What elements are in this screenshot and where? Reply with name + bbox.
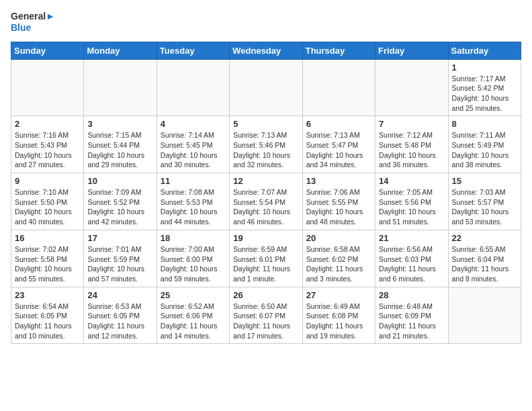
calendar-cell: 1Sunrise: 7:17 AM Sunset: 5:42 PM Daylig…: [448, 59, 521, 116]
calendar-header-sunday: Sunday: [11, 42, 84, 59]
day-number: 19: [233, 233, 298, 243]
day-info: Sunrise: 7:08 AM Sunset: 5:53 PM Dayligh…: [161, 187, 226, 227]
calendar-cell: 26Sunrise: 6:50 AM Sunset: 6:07 PM Dayli…: [230, 287, 302, 344]
calendar-cell: 25Sunrise: 6:52 AM Sunset: 6:06 PM Dayli…: [157, 287, 229, 344]
day-number: 24: [87, 290, 152, 300]
logo-general-text: General►: [11, 11, 55, 22]
day-info: Sunrise: 6:49 AM Sunset: 6:08 PM Dayligh…: [306, 302, 371, 341]
calendar-cell: [375, 59, 448, 116]
calendar-cell: 24Sunrise: 6:53 AM Sunset: 6:05 PM Dayli…: [84, 287, 157, 344]
calendar-cell: 19Sunrise: 6:59 AM Sunset: 6:01 PM Dayli…: [230, 230, 302, 287]
calendar-cell: 4Sunrise: 7:14 AM Sunset: 5:45 PM Daylig…: [157, 116, 229, 173]
day-number: 22: [452, 233, 517, 243]
day-number: 11: [161, 176, 226, 186]
calendar-cell: 28Sunrise: 6:48 AM Sunset: 6:09 PM Dayli…: [375, 287, 448, 344]
day-number: 6: [306, 119, 371, 129]
calendar-cell: 20Sunrise: 6:58 AM Sunset: 6:02 PM Dayli…: [302, 230, 375, 287]
calendar-header-thursday: Thursday: [302, 42, 375, 59]
day-info: Sunrise: 7:13 AM Sunset: 5:46 PM Dayligh…: [233, 130, 298, 170]
day-number: 23: [15, 290, 80, 300]
calendar-cell: [448, 287, 521, 344]
logo: General► Blue: [11, 11, 55, 34]
day-info: Sunrise: 6:50 AM Sunset: 6:07 PM Dayligh…: [233, 302, 298, 341]
calendar-cell: 13Sunrise: 7:06 AM Sunset: 5:55 PM Dayli…: [302, 173, 375, 230]
calendar-cell: 21Sunrise: 6:56 AM Sunset: 6:03 PM Dayli…: [375, 230, 448, 287]
calendar-week-3: 16Sunrise: 7:02 AM Sunset: 5:58 PM Dayli…: [11, 230, 521, 287]
calendar-cell: 27Sunrise: 6:49 AM Sunset: 6:08 PM Dayli…: [302, 287, 375, 344]
day-number: 4: [161, 119, 226, 129]
day-number: 13: [306, 176, 371, 186]
day-number: 25: [161, 290, 226, 300]
calendar-header-friday: Friday: [375, 42, 448, 59]
calendar-cell: 2Sunrise: 7:16 AM Sunset: 5:43 PM Daylig…: [11, 116, 84, 173]
day-info: Sunrise: 6:58 AM Sunset: 6:02 PM Dayligh…: [306, 244, 371, 284]
day-number: 27: [306, 290, 371, 300]
day-info: Sunrise: 7:13 AM Sunset: 5:47 PM Dayligh…: [306, 130, 371, 170]
calendar-header-wednesday: Wednesday: [230, 42, 302, 59]
calendar-cell: 16Sunrise: 7:02 AM Sunset: 5:58 PM Dayli…: [11, 230, 84, 287]
calendar-cell: 15Sunrise: 7:03 AM Sunset: 5:57 PM Dayli…: [448, 173, 521, 230]
day-number: 9: [15, 176, 80, 186]
calendar-cell: 8Sunrise: 7:11 AM Sunset: 5:49 PM Daylig…: [448, 116, 521, 173]
calendar-week-4: 23Sunrise: 6:54 AM Sunset: 6:05 PM Dayli…: [11, 287, 521, 344]
day-number: 7: [379, 119, 444, 129]
day-info: Sunrise: 6:48 AM Sunset: 6:09 PM Dayligh…: [379, 302, 444, 341]
day-number: 15: [452, 176, 517, 186]
day-info: Sunrise: 7:00 AM Sunset: 6:00 PM Dayligh…: [161, 244, 226, 284]
calendar-cell: [84, 59, 157, 116]
day-info: Sunrise: 7:11 AM Sunset: 5:49 PM Dayligh…: [452, 130, 517, 170]
day-number: 17: [87, 233, 152, 243]
calendar-table: SundayMondayTuesdayWednesdayThursdayFrid…: [11, 42, 521, 345]
calendar-cell: [11, 59, 84, 116]
calendar-cell: 14Sunrise: 7:05 AM Sunset: 5:56 PM Dayli…: [375, 173, 448, 230]
day-info: Sunrise: 7:05 AM Sunset: 5:56 PM Dayligh…: [379, 187, 444, 227]
calendar-cell: 3Sunrise: 7:15 AM Sunset: 5:44 PM Daylig…: [84, 116, 157, 173]
calendar-header-row: SundayMondayTuesdayWednesdayThursdayFrid…: [11, 42, 521, 59]
calendar-cell: [230, 59, 302, 116]
calendar-week-1: 2Sunrise: 7:16 AM Sunset: 5:43 PM Daylig…: [11, 116, 521, 173]
calendar-cell: 9Sunrise: 7:10 AM Sunset: 5:50 PM Daylig…: [11, 173, 84, 230]
day-number: 1: [452, 62, 517, 73]
calendar-cell: 17Sunrise: 7:01 AM Sunset: 5:59 PM Dayli…: [84, 230, 157, 287]
day-info: Sunrise: 7:12 AM Sunset: 5:48 PM Dayligh…: [379, 130, 444, 170]
calendar-cell: 11Sunrise: 7:08 AM Sunset: 5:53 PM Dayli…: [157, 173, 229, 230]
day-info: Sunrise: 6:56 AM Sunset: 6:03 PM Dayligh…: [379, 244, 444, 284]
calendar-cell: 18Sunrise: 7:00 AM Sunset: 6:00 PM Dayli…: [157, 230, 229, 287]
day-info: Sunrise: 7:01 AM Sunset: 5:59 PM Dayligh…: [87, 244, 152, 284]
day-info: Sunrise: 6:55 AM Sunset: 6:04 PM Dayligh…: [452, 244, 517, 284]
day-number: 14: [379, 176, 444, 186]
day-info: Sunrise: 7:07 AM Sunset: 5:54 PM Dayligh…: [233, 187, 298, 227]
day-info: Sunrise: 6:53 AM Sunset: 6:05 PM Dayligh…: [87, 302, 152, 341]
calendar-week-0: 1Sunrise: 7:17 AM Sunset: 5:42 PM Daylig…: [11, 59, 521, 116]
day-number: 3: [87, 119, 152, 129]
calendar-cell: 23Sunrise: 6:54 AM Sunset: 6:05 PM Dayli…: [11, 287, 84, 344]
calendar-cell: [302, 59, 375, 116]
day-number: 10: [87, 176, 152, 186]
day-number: 5: [233, 119, 298, 129]
day-number: 2: [15, 119, 80, 129]
calendar-header-monday: Monday: [84, 42, 157, 59]
day-number: 8: [452, 119, 517, 129]
day-number: 20: [306, 233, 371, 243]
day-number: 16: [15, 233, 80, 243]
day-info: Sunrise: 6:54 AM Sunset: 6:05 PM Dayligh…: [15, 302, 80, 341]
day-info: Sunrise: 7:02 AM Sunset: 5:58 PM Dayligh…: [15, 244, 80, 284]
day-info: Sunrise: 7:17 AM Sunset: 5:42 PM Dayligh…: [452, 74, 517, 113]
day-info: Sunrise: 7:14 AM Sunset: 5:45 PM Dayligh…: [161, 130, 226, 170]
day-number: 26: [233, 290, 298, 300]
day-info: Sunrise: 7:10 AM Sunset: 5:50 PM Dayligh…: [15, 187, 80, 227]
calendar-cell: 10Sunrise: 7:09 AM Sunset: 5:52 PM Dayli…: [84, 173, 157, 230]
day-info: Sunrise: 7:03 AM Sunset: 5:57 PM Dayligh…: [452, 187, 517, 227]
calendar-week-2: 9Sunrise: 7:10 AM Sunset: 5:50 PM Daylig…: [11, 173, 521, 230]
calendar-header-tuesday: Tuesday: [157, 42, 229, 59]
day-info: Sunrise: 6:52 AM Sunset: 6:06 PM Dayligh…: [161, 302, 226, 341]
day-number: 18: [161, 233, 226, 243]
calendar-header-saturday: Saturday: [448, 42, 521, 59]
logo-blue-text: Blue: [11, 22, 55, 34]
day-info: Sunrise: 7:16 AM Sunset: 5:43 PM Dayligh…: [15, 130, 80, 170]
calendar-cell: 22Sunrise: 6:55 AM Sunset: 6:04 PM Dayli…: [448, 230, 521, 287]
day-number: 21: [379, 233, 444, 243]
day-info: Sunrise: 7:15 AM Sunset: 5:44 PM Dayligh…: [87, 130, 152, 170]
day-number: 28: [379, 290, 444, 300]
day-info: Sunrise: 6:59 AM Sunset: 6:01 PM Dayligh…: [233, 244, 298, 284]
